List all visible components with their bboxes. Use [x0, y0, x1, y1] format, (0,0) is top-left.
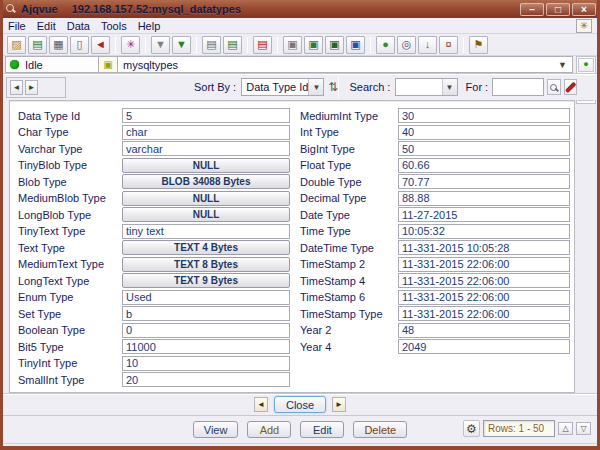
- add-button[interactable]: Add: [247, 421, 291, 438]
- save-button[interactable]: ▤: [28, 36, 47, 54]
- delete-button[interactable]: Delete: [353, 421, 407, 438]
- database-blue-button[interactable]: ▣: [346, 36, 365, 54]
- next-page-button[interactable]: ►: [25, 80, 38, 95]
- rows-down-button[interactable]: ▽: [576, 422, 591, 435]
- import-csv-button[interactable]: ▼: [172, 36, 191, 54]
- mediumint-type-field[interactable]: [398, 108, 570, 123]
- menu-file[interactable]: File: [8, 20, 26, 32]
- smallint-type-field[interactable]: [122, 372, 290, 387]
- app-window: Ajqvue192.168.157.52:mysql_datatypes – □…: [0, 0, 600, 450]
- export-sql-button[interactable]: ▤: [202, 36, 221, 54]
- char-type-label: Char Type: [18, 126, 122, 138]
- year-4-field[interactable]: [398, 339, 570, 354]
- datetime-type-field[interactable]: [398, 240, 570, 255]
- edit-button[interactable]: Edit: [300, 421, 344, 438]
- enum-type-field[interactable]: [122, 290, 290, 305]
- chevron-down-icon: ▼: [442, 79, 457, 95]
- table-tab-selector[interactable]: mysqltypes ▼: [118, 56, 573, 73]
- bit5-type-field[interactable]: [122, 339, 290, 354]
- flag-button[interactable]: ⚑: [469, 36, 488, 54]
- mediumblob-type-button[interactable]: NULL: [122, 191, 290, 206]
- open-folder-button[interactable]: ▨: [7, 36, 26, 54]
- export-csv-button[interactable]: ▤: [223, 36, 242, 54]
- import-sql-dump-button[interactable]: ▼: [151, 36, 170, 54]
- close-window-button[interactable]: ×: [572, 3, 596, 16]
- export-pdf-button[interactable]: ▤: [253, 36, 272, 54]
- tinytext-type-field[interactable]: [122, 224, 290, 239]
- timestamp-2-field[interactable]: [398, 257, 570, 272]
- text-type-button[interactable]: TEXT 4 Bytes: [122, 240, 290, 255]
- varchar-type-field[interactable]: [122, 141, 290, 156]
- preferences-tree-button[interactable]: ✳: [121, 36, 140, 54]
- database-gray-button[interactable]: ▣: [283, 36, 302, 54]
- exit-button[interactable]: ◄: [91, 36, 110, 54]
- maximize-button[interactable]: □: [546, 3, 570, 16]
- menu-tools[interactable]: Tools: [101, 20, 127, 32]
- date-type-field[interactable]: [398, 207, 570, 222]
- form-row: TinyInt Type: [18, 356, 290, 371]
- search-field-select[interactable]: ▼: [395, 78, 457, 96]
- set-type-field[interactable]: [122, 306, 290, 321]
- close-button[interactable]: Close: [274, 396, 326, 413]
- form-row: TinyText Type: [18, 224, 290, 239]
- query-search-button[interactable]: ◎: [397, 36, 416, 54]
- key-button[interactable]: ¤: [439, 36, 458, 54]
- flag-icon: ⚑: [474, 39, 484, 50]
- timestamp-type-field[interactable]: [398, 306, 570, 321]
- bug-icon: ●: [382, 39, 389, 50]
- float-type-field[interactable]: [398, 158, 570, 173]
- toolbar-separator: [463, 37, 464, 53]
- print-icon: ▦: [53, 39, 63, 50]
- previous-record-button[interactable]: ◄: [254, 397, 268, 412]
- bigint-type-field[interactable]: [398, 141, 570, 156]
- database-filled-green-button[interactable]: ▣: [325, 36, 344, 54]
- bug-button[interactable]: ●: [376, 36, 395, 54]
- tinyint-type-field[interactable]: [122, 356, 290, 371]
- gear-icon[interactable]: ⚙: [463, 420, 480, 437]
- database-green-button[interactable]: ▣: [304, 36, 323, 54]
- connection-status-icon: ●: [583, 60, 588, 69]
- connection-status-button[interactable]: ●: [578, 58, 594, 72]
- mediumtext-type-button[interactable]: TEXT 8 Bytes: [122, 257, 290, 272]
- import-to-db-button[interactable]: ↓: [418, 36, 437, 54]
- double-type-field[interactable]: [398, 174, 570, 189]
- year-2-field[interactable]: [398, 323, 570, 338]
- timestamp-6-field[interactable]: [398, 290, 570, 305]
- form-row: MediumText TypeTEXT 8 Bytes: [18, 257, 290, 272]
- previous-page-button[interactable]: ◄: [10, 80, 23, 95]
- time-type-field[interactable]: [398, 224, 570, 239]
- longblob-type-button[interactable]: NULL: [122, 207, 290, 222]
- title-bar: Ajqvue192.168.157.52:mysql_datatypes – □…: [0, 0, 600, 18]
- menu-data[interactable]: Data: [67, 20, 90, 32]
- boolean-type-field[interactable]: [122, 323, 290, 338]
- view-button[interactable]: View: [193, 421, 239, 438]
- blob-type-button[interactable]: BLOB 34088 Bytes: [122, 174, 290, 189]
- longblob-type-label: LongBlob Type: [18, 209, 122, 221]
- longtext-type-button[interactable]: TEXT 9 Bytes: [122, 273, 290, 288]
- bit5-type-label: Bit5 Type: [18, 341, 122, 353]
- print-button[interactable]: ▦: [49, 36, 68, 54]
- table-database-icon[interactable]: ▣: [99, 56, 118, 73]
- page-format-button[interactable]: ▯: [70, 36, 89, 54]
- chevron-down-icon: ▼: [308, 79, 323, 95]
- next-record-button[interactable]: ►: [332, 397, 346, 412]
- int-type-field[interactable]: [398, 125, 570, 140]
- for-label: For :: [466, 81, 489, 93]
- year-4-label: Year 4: [300, 341, 398, 353]
- sort-order-toggle-icon[interactable]: ⇅: [328, 80, 338, 94]
- data-type-id-field[interactable]: [122, 108, 290, 123]
- search-icon[interactable]: [547, 79, 560, 95]
- tinyblob-type-button[interactable]: NULL: [122, 158, 290, 173]
- sort-by-select[interactable]: Data Type Id ▼: [241, 78, 324, 96]
- decimal-type-field[interactable]: [398, 191, 570, 206]
- clear-search-icon[interactable]: [564, 79, 577, 95]
- char-type-field[interactable]: [122, 125, 290, 140]
- menu-edit[interactable]: Edit: [37, 20, 56, 32]
- form-row: LongText TypeTEXT 9 Bytes: [18, 273, 290, 288]
- rows-up-button[interactable]: △: [558, 422, 573, 435]
- menu-help[interactable]: Help: [138, 20, 161, 32]
- status-panel: Idle: [5, 56, 99, 73]
- timestamp-4-field[interactable]: [398, 273, 570, 288]
- minimize-button[interactable]: –: [520, 3, 544, 16]
- search-input[interactable]: [492, 78, 544, 96]
